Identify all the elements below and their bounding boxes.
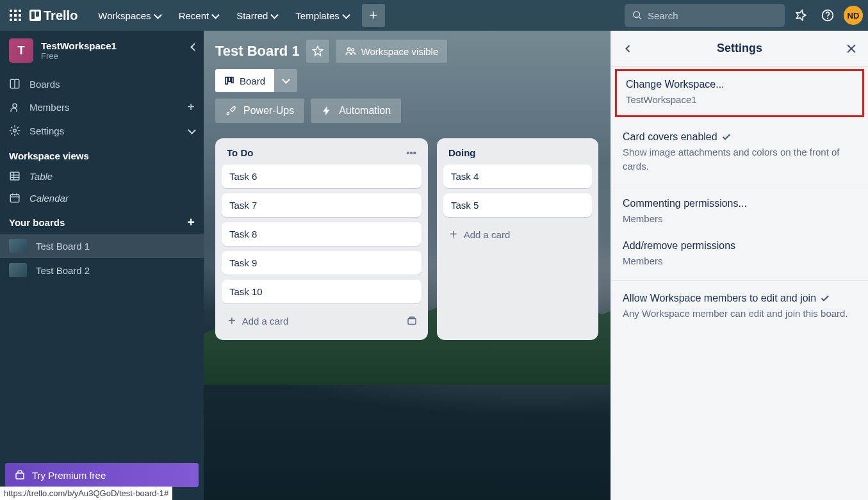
board-link-test-board-1[interactable]: Test Board 1 bbox=[0, 234, 204, 258]
top-header: Trello Workspaces Recent Starred Templat… bbox=[0, 0, 868, 31]
svg-rect-28 bbox=[225, 77, 227, 85]
visibility-button[interactable]: Workspace visible bbox=[336, 40, 448, 63]
sidebar-label: Members bbox=[29, 102, 70, 113]
svg-point-27 bbox=[352, 49, 354, 51]
board-view-icon bbox=[224, 76, 234, 86]
nav-starred[interactable]: Starred bbox=[229, 6, 285, 25]
rocket-icon bbox=[225, 105, 237, 117]
add-card-label: Add a card bbox=[242, 316, 289, 327]
add-member-icon[interactable]: + bbox=[187, 100, 195, 115]
check-icon bbox=[820, 293, 830, 303]
card[interactable]: Task 10 bbox=[222, 280, 422, 303]
list-title[interactable]: To Do bbox=[227, 147, 253, 158]
status-url: https://trello.com/b/yAu3QGoD/test-board… bbox=[0, 487, 172, 500]
board-thumbnail bbox=[9, 263, 27, 277]
view-switcher: Board bbox=[215, 69, 297, 92]
change-workspace-option[interactable]: Change Workspace... TestWorkspace1 bbox=[615, 69, 864, 117]
view-label: Board bbox=[240, 76, 265, 86]
card-covers-option[interactable]: Card covers enabled Show image attachmen… bbox=[623, 131, 856, 174]
board-link-test-board-2[interactable]: Test Board 2 bbox=[0, 258, 204, 282]
board-view-button[interactable]: Board bbox=[215, 69, 274, 92]
workspace-plan: Free bbox=[41, 51, 117, 61]
svg-point-12 bbox=[828, 19, 828, 19]
add-card-button[interactable]: + Add a card bbox=[222, 309, 295, 334]
list-menu-icon[interactable]: ••• bbox=[406, 147, 416, 158]
trello-logo[interactable]: Trello bbox=[29, 8, 78, 23]
boards-icon bbox=[9, 78, 20, 90]
svg-point-26 bbox=[347, 48, 350, 51]
premium-icon bbox=[14, 469, 26, 481]
collapse-sidebar-icon[interactable] bbox=[192, 42, 197, 54]
board-title[interactable]: Test Board 1 bbox=[215, 43, 300, 60]
sidebar-view-table[interactable]: Table bbox=[0, 165, 204, 187]
svg-rect-0 bbox=[10, 10, 12, 12]
search-input[interactable]: Search bbox=[625, 4, 785, 27]
powerups-label: Power-Ups bbox=[243, 105, 294, 117]
view-dropdown-button[interactable] bbox=[274, 69, 297, 92]
plus-icon: + bbox=[228, 314, 236, 328]
try-premium-button[interactable]: Try Premium free bbox=[5, 463, 199, 487]
allow-workspace-title: Allow Workspace members to edit and join bbox=[623, 293, 816, 304]
add-remove-title: Add/remove permissions bbox=[623, 240, 856, 252]
star-icon bbox=[312, 45, 323, 57]
powerups-button[interactable]: Power-Ups bbox=[215, 99, 304, 123]
sidebar-view-calendar[interactable]: Calendar bbox=[0, 187, 204, 209]
close-icon bbox=[845, 42, 858, 55]
calendar-icon bbox=[9, 192, 20, 204]
allow-workspace-option[interactable]: Allow Workspace members to edit and join… bbox=[623, 293, 856, 321]
allow-workspace-description: Any Workspace member can edit and join t… bbox=[623, 307, 856, 321]
workspace-avatar: T bbox=[9, 38, 33, 63]
sidebar-item-boards[interactable]: Boards bbox=[0, 73, 204, 95]
nav-templates[interactable]: Templates bbox=[288, 6, 356, 25]
premium-label: Try Premium free bbox=[32, 470, 106, 481]
svg-rect-4 bbox=[14, 14, 17, 17]
check-icon bbox=[721, 132, 732, 142]
card[interactable]: Task 6 bbox=[222, 165, 422, 188]
settings-panel: Settings Change Workspace... TestWorkspa… bbox=[610, 31, 868, 500]
search-placeholder: Search bbox=[648, 10, 678, 21]
add-card-button[interactable]: + Add a card bbox=[443, 222, 592, 247]
automation-button[interactable]: Automation bbox=[311, 99, 401, 123]
nav-workspaces[interactable]: Workspaces bbox=[90, 6, 168, 25]
card[interactable]: Task 7 bbox=[222, 193, 422, 217]
notifications-icon[interactable] bbox=[790, 4, 812, 26]
logo-text: Trello bbox=[44, 8, 78, 23]
workspace-name: TestWorkspace1 bbox=[41, 40, 117, 51]
svg-rect-2 bbox=[19, 10, 21, 12]
card-covers-description: Show image attachments and colors on the… bbox=[623, 145, 856, 174]
nav-menu: Workspaces Recent Starred Templates bbox=[90, 6, 356, 25]
svg-point-16 bbox=[13, 129, 17, 133]
sidebar-label: Boards bbox=[29, 79, 60, 90]
nav-recent[interactable]: Recent bbox=[171, 6, 227, 25]
list-title[interactable]: Doing bbox=[448, 147, 476, 158]
sidebar-item-settings[interactable]: Settings bbox=[0, 120, 204, 141]
board-name: Test Board 1 bbox=[36, 241, 90, 252]
svg-rect-29 bbox=[229, 77, 231, 82]
card-template-icon[interactable] bbox=[402, 312, 422, 331]
svg-rect-21 bbox=[10, 195, 19, 202]
people-icon bbox=[345, 45, 356, 57]
card[interactable]: Task 4 bbox=[443, 165, 592, 188]
star-button[interactable] bbox=[306, 40, 329, 63]
add-remove-permissions-option[interactable]: Add/remove permissions Members bbox=[623, 240, 856, 269]
svg-rect-30 bbox=[231, 77, 233, 83]
commenting-value: Members bbox=[623, 212, 856, 227]
card[interactable]: Task 8 bbox=[222, 222, 422, 246]
panel-back-button[interactable] bbox=[621, 42, 634, 55]
add-board-icon[interactable]: + bbox=[187, 215, 195, 230]
apps-menu-icon[interactable] bbox=[5, 5, 26, 26]
workspace-header[interactable]: T TestWorkspace1 Free bbox=[0, 31, 204, 70]
panel-title: Settings bbox=[717, 42, 762, 55]
create-button[interactable]: + bbox=[362, 4, 385, 27]
sidebar-item-members[interactable]: Members + bbox=[0, 95, 204, 120]
commenting-permissions-option[interactable]: Commenting permissions... Members bbox=[623, 198, 856, 227]
card[interactable]: Task 9 bbox=[222, 251, 422, 275]
card[interactable]: Task 5 bbox=[443, 193, 592, 217]
help-icon[interactable] bbox=[817, 4, 839, 26]
add-card-label: Add a card bbox=[464, 229, 511, 240]
automation-label: Automation bbox=[339, 105, 391, 117]
user-avatar[interactable]: ND bbox=[844, 6, 863, 25]
panel-close-button[interactable] bbox=[845, 42, 858, 55]
change-workspace-title: Change Workspace... bbox=[626, 79, 853, 90]
svg-rect-1 bbox=[14, 10, 17, 12]
